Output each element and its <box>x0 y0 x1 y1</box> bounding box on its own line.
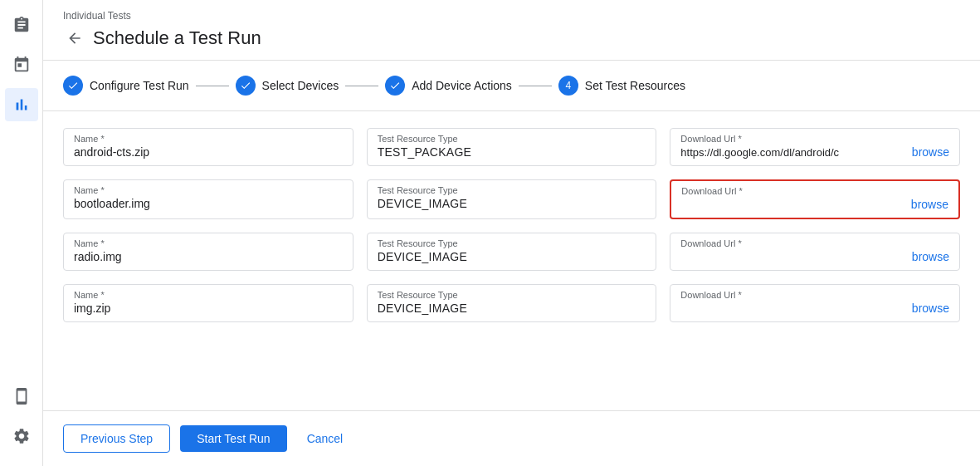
step-label-actions: Add Device Actions <box>412 79 512 92</box>
start-test-run-button[interactable]: Start Test Run <box>180 425 286 452</box>
footer: Previous Step Start Test Run Cancel <box>43 410 980 466</box>
resource-row-2: Name * Test Resource Type DEVICE_IMAGE D… <box>63 179 960 219</box>
browse-button-1[interactable]: browse <box>912 145 949 159</box>
cancel-button[interactable]: Cancel <box>297 425 353 452</box>
url-field-1: Download Url * https://dl.google.com/dl/… <box>670 128 960 166</box>
resource-row-1: Name * Test Resource Type TEST_PACKAGE D… <box>63 128 960 166</box>
type-field-3: Test Resource Type DEVICE_IMAGE <box>367 233 657 271</box>
name-input-3[interactable] <box>74 250 343 263</box>
name-field-1: Name * <box>63 128 353 166</box>
browse-button-3[interactable]: browse <box>912 250 949 263</box>
chart-icon[interactable] <box>5 88 38 121</box>
name-field-3: Name * <box>63 233 353 271</box>
step-circle-select <box>236 76 256 96</box>
name-input-2[interactable] <box>74 197 343 210</box>
name-label-4: Name * <box>74 290 343 300</box>
type-label-4: Test Resource Type <box>378 290 646 300</box>
url-label-3: Download Url * <box>680 238 949 248</box>
page-title: Schedule a Test Run <box>93 27 261 49</box>
type-field-1: Test Resource Type TEST_PACKAGE <box>367 128 657 166</box>
clipboard-icon[interactable] <box>5 8 38 42</box>
step-circle-resources: 4 <box>558 76 578 96</box>
url-value-1: https://dl.google.com/dl/android/c <box>680 146 905 159</box>
name-label-2: Name * <box>74 185 343 195</box>
step-select-devices: Select Devices <box>236 76 339 96</box>
phone-icon[interactable] <box>5 380 38 413</box>
type-field-4: Test Resource Type DEVICE_IMAGE <box>367 284 657 322</box>
back-button[interactable] <box>63 27 86 50</box>
type-value-4: DEVICE_IMAGE <box>378 302 646 315</box>
name-field-2: Name * <box>63 179 353 219</box>
main-content: Individual Tests Schedule a Test Run Con… <box>43 0 980 466</box>
step-circle-configure <box>63 76 83 96</box>
step-label-resources: Set Test Resources <box>585 79 685 92</box>
type-value-2: DEVICE_IMAGE <box>378 197 646 210</box>
name-input-1[interactable] <box>74 145 343 159</box>
previous-step-button[interactable]: Previous Step <box>63 424 170 453</box>
browse-button-4[interactable]: browse <box>912 302 949 315</box>
name-field-4: Name * <box>63 284 353 322</box>
sidebar <box>0 0 43 466</box>
url-field-2: Download Url * browse <box>670 179 960 219</box>
header: Individual Tests Schedule a Test Run <box>43 0 980 61</box>
step-add-actions: Add Device Actions <box>385 76 512 96</box>
step-set-resources: 4 Set Test Resources <box>558 76 685 96</box>
browse-button-2[interactable]: browse <box>911 198 948 211</box>
type-label-1: Test Resource Type <box>378 134 646 144</box>
type-value-1: TEST_PACKAGE <box>378 145 646 159</box>
settings-icon[interactable] <box>5 419 38 453</box>
type-label-3: Test Resource Type <box>378 238 646 248</box>
url-label-4: Download Url * <box>680 290 949 300</box>
step-circle-actions <box>385 76 405 96</box>
type-value-3: DEVICE_IMAGE <box>378 250 646 263</box>
step-label-select: Select Devices <box>262 79 339 92</box>
name-label-3: Name * <box>74 238 343 248</box>
resource-row-3: Name * Test Resource Type DEVICE_IMAGE D… <box>63 233 960 271</box>
connector-2 <box>345 86 378 86</box>
connector-1 <box>196 86 229 86</box>
breadcrumb: Individual Tests <box>63 10 960 22</box>
step-label-configure: Configure Test Run <box>90 79 189 92</box>
url-field-4: Download Url * browse <box>670 284 960 322</box>
content-area: Name * Test Resource Type TEST_PACKAGE D… <box>43 111 980 410</box>
type-label-2: Test Resource Type <box>378 185 646 195</box>
url-label-2: Download Url * <box>681 186 948 196</box>
step-configure: Configure Test Run <box>63 76 189 96</box>
stepper: Configure Test Run Select Devices Add De… <box>43 61 980 111</box>
calendar-icon[interactable] <box>5 48 38 81</box>
url-field-3: Download Url * browse <box>670 233 960 271</box>
name-label-1: Name * <box>74 134 343 144</box>
name-input-4[interactable] <box>74 302 343 315</box>
connector-3 <box>519 86 552 86</box>
resource-row-4: Name * Test Resource Type DEVICE_IMAGE D… <box>63 284 960 322</box>
url-label-1: Download Url * <box>680 134 949 144</box>
type-field-2: Test Resource Type DEVICE_IMAGE <box>367 179 657 219</box>
